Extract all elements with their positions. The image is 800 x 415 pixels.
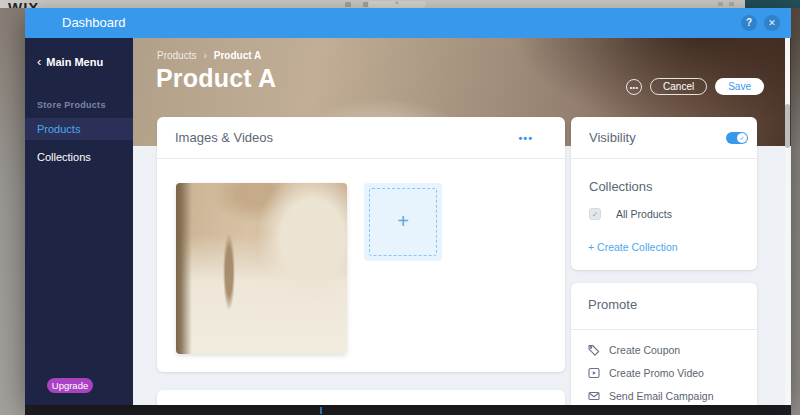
breadcrumb-products[interactable]: Products xyxy=(157,50,196,61)
screen: WIX ^ Dashboard ? ✕ ‹Main Menu Store Pro… xyxy=(0,0,800,415)
background-page-right xyxy=(791,8,800,415)
card-menu-button[interactable]: ••• xyxy=(518,117,533,159)
images-videos-card: Images & Videos ••• + xyxy=(157,117,565,372)
background-corner-block xyxy=(745,0,800,8)
help-icon: ? xyxy=(746,17,752,28)
product-image-thumbnail[interactable] xyxy=(176,183,347,354)
all-products-checkbox[interactable]: ✓ xyxy=(589,208,601,220)
create-coupon-item[interactable]: Create Coupon xyxy=(571,338,757,361)
page-title: Product A xyxy=(156,64,276,93)
sidebar-item-label: Products xyxy=(37,123,80,135)
create-collection-link[interactable]: + Create Collection xyxy=(588,241,678,253)
coupon-icon xyxy=(588,344,600,356)
back-to-main-menu[interactable]: ‹Main Menu xyxy=(37,54,103,69)
collection-option-label: All Products xyxy=(616,208,672,220)
scrollbar-thumb[interactable] xyxy=(785,104,790,148)
check-icon: ✓ xyxy=(592,210,599,219)
card-header: Promote xyxy=(571,283,757,330)
visibility-title: Visibility xyxy=(589,117,636,159)
card-header: Visibility ✓ xyxy=(571,117,757,159)
background-page-bottom xyxy=(25,405,791,415)
upgrade-button[interactable]: Upgrade xyxy=(47,378,93,393)
back-label: Main Menu xyxy=(46,56,103,68)
email-icon xyxy=(588,390,600,402)
modal-header: Dashboard ? ✕ xyxy=(25,8,791,38)
more-actions-button[interactable]: ••• xyxy=(626,79,642,95)
background-topbar: WIX ^ xyxy=(0,0,800,8)
promote-card: Promote Create Coupon xyxy=(571,283,757,405)
sidebar-section-label: Store Products xyxy=(37,100,106,110)
background-caret xyxy=(320,407,322,414)
cancel-button[interactable]: Cancel xyxy=(650,78,707,95)
next-section-card xyxy=(157,390,565,405)
add-media-button[interactable]: + xyxy=(364,183,442,261)
breadcrumb-current: Product A xyxy=(214,50,261,61)
promote-item-label: Create Promo Video xyxy=(609,367,704,379)
send-email-campaign-item[interactable]: Send Email Campaign xyxy=(571,384,757,405)
header-actions: ••• Cancel Save xyxy=(626,78,764,95)
sidebar-item-products[interactable]: Products xyxy=(25,118,133,140)
content-scrollbar xyxy=(785,38,790,405)
collection-option-row: ✓ All Products xyxy=(589,208,672,220)
background-icon xyxy=(729,2,734,6)
promote-item-label: Send Email Campaign xyxy=(609,390,713,402)
close-button[interactable]: ✕ xyxy=(764,15,780,31)
breadcrumb-separator-icon: › xyxy=(203,50,206,61)
toggle-check-icon: ✓ xyxy=(737,133,747,143)
modal-body: ‹Main Menu Store Products Products Colle… xyxy=(25,38,791,405)
chevron-left-icon: ‹ xyxy=(37,54,41,69)
promote-list: Create Coupon Create Promo Video xyxy=(571,338,757,405)
save-button[interactable]: Save xyxy=(715,78,764,95)
sidebar-item-label: Collections xyxy=(37,151,91,163)
collections-title: Collections xyxy=(589,179,653,194)
breadcrumb: Products›Product A xyxy=(157,50,261,61)
promote-item-label: Create Coupon xyxy=(609,344,680,356)
background-icon xyxy=(718,2,723,6)
background-page-left xyxy=(0,8,25,415)
visibility-toggle[interactable]: ✓ xyxy=(726,132,748,144)
create-promo-video-item[interactable]: Create Promo Video xyxy=(571,361,757,384)
images-videos-title: Images & Videos xyxy=(175,117,273,159)
video-icon xyxy=(588,367,600,379)
chevron-up-icon: ^ xyxy=(395,0,398,7)
close-icon: ✕ xyxy=(768,18,776,28)
sidebar: ‹Main Menu Store Products Products Colle… xyxy=(25,38,133,405)
background-collapse-pill: ^ xyxy=(368,1,426,8)
promote-title: Promote xyxy=(588,283,637,327)
wix-logo: WIX xyxy=(8,0,39,8)
main-content: Products›Product A Product A ••• Cancel … xyxy=(133,38,791,405)
modal-title: Dashboard xyxy=(62,8,126,38)
dashboard-modal: Dashboard ? ✕ ‹Main Menu Store Products … xyxy=(25,8,791,405)
visibility-collections-card: Visibility ✓ Collections ✓ All Products … xyxy=(571,117,757,270)
help-button[interactable]: ? xyxy=(741,15,757,31)
card-header: Images & Videos ••• xyxy=(157,117,565,159)
sidebar-item-collections[interactable]: Collections xyxy=(25,146,133,168)
ellipsis-icon: ••• xyxy=(630,84,639,91)
background-icon xyxy=(345,2,351,7)
plus-icon: + xyxy=(364,183,442,261)
